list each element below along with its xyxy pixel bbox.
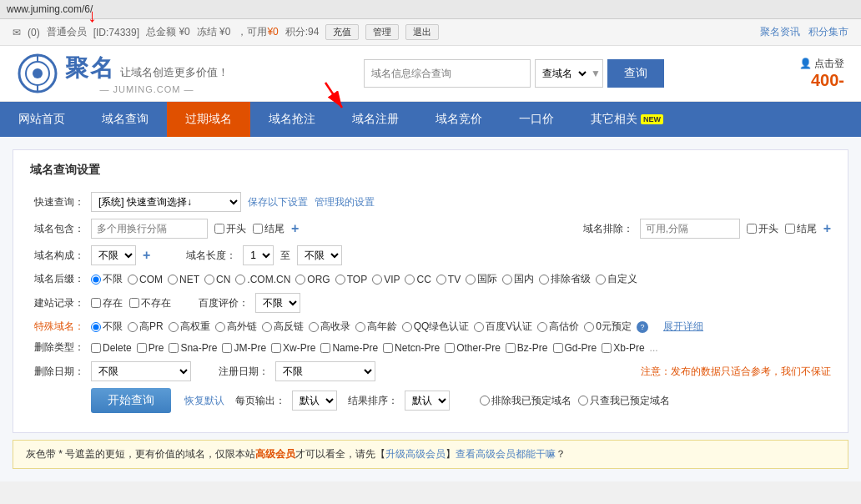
nav-domain-snatch[interactable]: 域名抢注 <box>250 102 334 137</box>
baidu-select[interactable]: 不限 <box>255 293 300 313</box>
nav-fixed-price[interactable]: 一口价 <box>501 102 572 137</box>
upgrade-link[interactable]: 升级高级会员 <box>385 448 446 460</box>
suffix-tv[interactable]: TV <box>436 274 461 285</box>
composition-label: 域名构成： <box>30 249 84 263</box>
suffix-com[interactable]: COM <box>128 274 163 285</box>
delete-checkbox-gd-pre[interactable]: Gd-Pre <box>553 342 597 354</box>
question-icon[interactable]: ? <box>637 321 648 333</box>
delete-date-label: 删除日期： <box>30 365 84 379</box>
more-ellipsis: ... <box>650 342 658 354</box>
register-date-select[interactable]: 不限 <box>275 361 375 381</box>
suffix-domestic[interactable]: 国内 <box>502 272 534 286</box>
delete-checkbox-sna-pre[interactable]: Sna-Pre <box>169 342 217 354</box>
reset-button[interactable]: 恢复默认 <box>184 394 224 408</box>
composition-select[interactable]: 不限 <box>91 245 136 265</box>
suffix-intl[interactable]: 国际 <box>466 272 497 286</box>
available-amount: ，可用¥0 <box>237 25 278 39</box>
suffix-cc[interactable]: CC <box>405 274 430 285</box>
delete-checkbox-bz-pre[interactable]: Bz-Pre <box>506 342 548 354</box>
start-query-button[interactable]: 开始查询 <box>91 388 171 413</box>
exclude-reserved-radio[interactable]: 排除我已预定域名 <box>480 394 571 408</box>
special-high-index[interactable]: 高收录 <box>309 320 350 334</box>
member-type: 普通会员 <box>47 25 87 39</box>
special-high-val[interactable]: 高估价 <box>537 320 579 334</box>
include-plus[interactable]: + <box>291 221 299 236</box>
special-high-outlink[interactable]: 高外链 <box>215 320 257 334</box>
delete-checkbox-delete[interactable]: Delete <box>91 342 132 354</box>
main-search-button[interactable]: 查询 <box>607 59 664 88</box>
exclude-plus[interactable]: + <box>823 221 831 236</box>
save-settings-link[interactable]: 保存以下设置 <box>248 195 308 209</box>
logo-sub: — JUMING.COM — <box>65 84 229 94</box>
exclude-end-checkbox[interactable]: 结尾 <box>785 222 817 236</box>
nav-expired-domain[interactable]: 过期域名 <box>167 102 250 137</box>
notice-right: 注意：发布的数据只适合参考，我们不保证 <box>641 365 831 379</box>
delete-checkbox-other-pre[interactable]: Other-Pre <box>445 342 501 354</box>
delete-checkbox-pre[interactable]: Pre <box>137 342 164 354</box>
include-start-checkbox[interactable]: 开头 <box>214 222 246 236</box>
delete-checkbox-jm-pre[interactable]: JM-Pre <box>222 342 266 354</box>
only-reserved-radio[interactable]: 只查我已预定域名 <box>578 394 670 408</box>
manage-settings-link[interactable]: 管理我的设置 <box>315 195 375 209</box>
header-search: 查域名 ▼ 查询 <box>364 59 664 88</box>
nav-others[interactable]: 其它相关 NEW <box>572 102 682 137</box>
header: 聚名 让域名创造更多价值！ — JUMING.COM — 查域名 ▼ 查询 👤 … <box>0 46 861 102</box>
check-link[interactable]: 查看高级会员都能干嘛 <box>456 448 556 460</box>
include-input[interactable] <box>91 219 208 239</box>
per-page-select[interactable]: 默认 <box>292 391 337 411</box>
special-high-pr[interactable]: 高PR <box>128 320 164 334</box>
delete-date-select[interactable]: 不限 <box>91 361 191 381</box>
logout-button[interactable]: 退出 <box>405 24 439 40</box>
nav-domain-register[interactable]: 域名注册 <box>334 102 417 137</box>
manage-button[interactable]: 管理 <box>365 24 399 40</box>
suffix-excl-province[interactable]: 排除省级 <box>539 272 591 286</box>
nav-home[interactable]: 网站首页 <box>0 102 83 137</box>
composition-plus[interactable]: + <box>143 248 150 263</box>
record-exists-checkbox[interactable]: 存在 <box>91 296 123 310</box>
expand-special-link[interactable]: 展开详细 <box>663 320 703 334</box>
notice-text3: 】 <box>446 448 456 460</box>
special-high-weight[interactable]: 高权重 <box>169 320 210 334</box>
include-end-checkbox[interactable]: 结尾 <box>253 222 284 236</box>
main-search-input[interactable] <box>364 59 531 88</box>
delete-checkbox-name-pre[interactable]: Name-Pre <box>320 342 378 354</box>
top-bar-left: ✉ (0) 普通会员 [ID:74339] 总金额 ¥0 冻结 ¥0 ，可用¥0… <box>13 24 439 40</box>
special-unlimited[interactable]: 不限 <box>91 320 123 334</box>
nav-domain-query[interactable]: 域名查询 <box>83 102 167 137</box>
exclude-input[interactable] <box>640 219 740 239</box>
suffix-cn[interactable]: CN <box>204 274 230 285</box>
points-collect-link[interactable]: 积分集市 <box>808 25 848 39</box>
suffix-net[interactable]: NET <box>168 274 199 285</box>
record-baidu-row: 建站记录： 存在 不存在 百度评价： 不限 <box>30 293 831 313</box>
special-free-book[interactable]: 0元预定 <box>584 320 632 334</box>
delete-checkbox-xb-pre[interactable]: Xb-Pre <box>602 342 644 354</box>
svg-point-2 <box>33 68 43 78</box>
nav-domain-auction[interactable]: 域名竞价 <box>417 102 501 137</box>
recharge-button[interactable]: 充值 <box>325 24 359 40</box>
suffix-org[interactable]: ORG <box>295 274 330 285</box>
record-not-exists-checkbox[interactable]: 不存在 <box>129 296 171 310</box>
sort-select[interactable]: 默认 <box>405 391 450 411</box>
length-to-select[interactable]: 不限 <box>297 245 342 265</box>
suffix-com-cn[interactable]: .COM.CN <box>235 274 290 285</box>
delete-type-row: 删除类型： Delete Pre Sna-Pre JM-Pre Xw-Pre N… <box>30 340 831 355</box>
delete-checkbox-netcn-pre[interactable]: Netcn-Pre <box>383 342 440 354</box>
suffix-unlimited[interactable]: 不限 <box>91 272 123 286</box>
exclude-start-checkbox[interactable]: 开头 <box>747 222 778 236</box>
mail-icon: ✉ <box>13 27 21 38</box>
suffix-custom[interactable]: 自定义 <box>596 272 637 286</box>
length-from-select[interactable]: 1 <box>243 245 274 265</box>
domain-type-select[interactable]: 查域名 <box>536 61 589 86</box>
suffix-top[interactable]: TOP <box>335 274 367 285</box>
special-qq-cert[interactable]: QQ绿色认证 <box>402 320 470 334</box>
suffix-vip[interactable]: VIP <box>372 274 400 285</box>
special-high-age[interactable]: 高年龄 <box>355 320 397 334</box>
special-high-inlink[interactable]: 高反链 <box>262 320 304 334</box>
delete-checkbox-xw-pre[interactable]: Xw-Pre <box>271 342 315 354</box>
special-baidu-v[interactable]: 百度V认证 <box>474 320 532 334</box>
quick-query-select[interactable]: [系统] 快速查询选择↓ <box>91 192 241 212</box>
domain-type-select-wrapper: 查域名 ▼ <box>535 59 603 88</box>
news-link[interactable]: 聚名资讯 <box>760 25 800 39</box>
action-row: 开始查询 恢复默认 每页输出： 默认 结果排序： 默认 排除我已预定域名 只查我… <box>30 388 831 413</box>
length-label: 域名长度： <box>182 249 236 263</box>
